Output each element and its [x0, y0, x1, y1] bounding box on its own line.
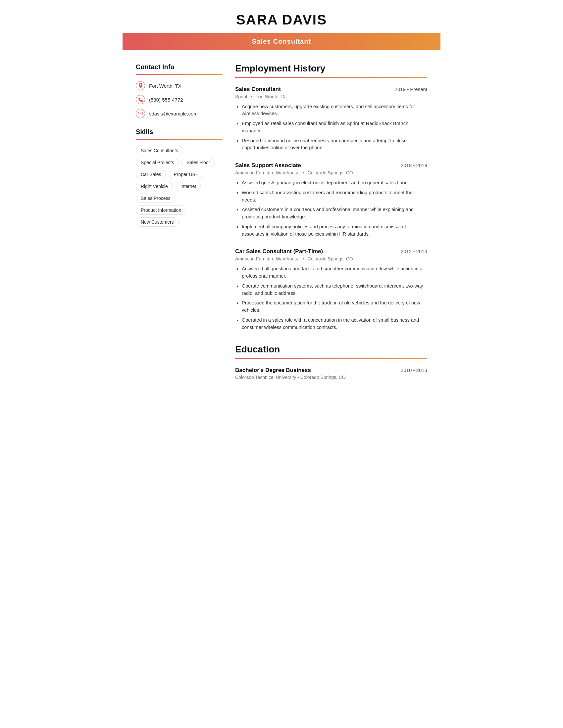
contact-location: Fort Worth, TX	[136, 81, 222, 90]
job-bullets: Acquire new customers, upgrade existing …	[235, 103, 427, 152]
employment-divider	[235, 77, 427, 78]
bullet-item: Operated in a sales role with a concentr…	[242, 317, 427, 331]
skill-tag: Proper USE	[168, 170, 203, 179]
skill-tag: Sales Consultants	[136, 146, 183, 155]
job-entry: Sales Consultant 2019 - Present Sprint •…	[235, 86, 427, 152]
location-icon	[136, 81, 145, 90]
skills-grid: Sales ConsultantsSpecial ProjectsSales F…	[136, 146, 222, 227]
contact-section: Contact Info Fort Worth, TX (530) 555-47…	[136, 63, 222, 118]
edu-dates: 2010 - 2013	[401, 367, 427, 373]
title-bar: Sales Consultant	[122, 33, 441, 50]
bullet-item: Acquire new customers, upgrade existing …	[242, 103, 427, 118]
employment-section: Employment History Sales Consultant 2019…	[235, 63, 427, 331]
email-text: sdavis@example.com	[149, 111, 198, 116]
edu-entry: Bachelor's Degree Business 2010 - 2013 C…	[235, 367, 427, 380]
bullet-item: Implement all company policies and proce…	[242, 223, 427, 238]
bullet-item: Operate communication systems, such as t…	[242, 283, 427, 297]
edu-school: Colorado Technical University • Colorado…	[235, 375, 427, 380]
job-title: Car Sales Consultant (Part-Time)	[235, 248, 323, 255]
job-company: American Furniture Warehouse • Colorado …	[235, 256, 427, 261]
skills-section: Skills Sales ConsultantsSpecial Projects…	[136, 128, 222, 227]
bullet-item: Worked sales floor assisting customers a…	[242, 189, 427, 204]
job-company: American Furniture Warehouse • Colorado …	[235, 170, 427, 175]
phone-text: (530) 555-4772	[149, 97, 183, 103]
job-title: Sales Support Associate	[235, 162, 301, 169]
contact-divider	[136, 74, 222, 75]
job-company: Sprint • Fort Worth, TX	[235, 94, 427, 99]
bullet-item: Assisted guests primarily in electronics…	[242, 179, 427, 187]
edu-header: Bachelor's Degree Business 2010 - 2013	[235, 367, 427, 374]
skills-divider	[136, 139, 222, 140]
skill-tag: Product Information	[136, 205, 186, 215]
phone-icon	[136, 95, 145, 104]
email-icon	[136, 109, 145, 118]
contact-phone: (530) 555-4772	[136, 95, 222, 104]
job-header: Sales Consultant 2019 - Present	[235, 86, 427, 93]
edu-container: Bachelor's Degree Business 2010 - 2013 C…	[235, 367, 427, 380]
job-dates: 2018 - 2019	[401, 162, 427, 168]
job-header: Sales Support Associate 2018 - 2019	[235, 162, 427, 169]
skill-tag: New Customers	[136, 217, 179, 227]
job-title: Sales Consultant	[235, 86, 281, 93]
contact-email: sdavis@example.com	[136, 109, 222, 118]
job-entry: Car Sales Consultant (Part-Time) 2012 - …	[235, 248, 427, 331]
bullet-item: Answered all questions and facilitated s…	[242, 265, 427, 280]
candidate-title: Sales Consultant	[252, 38, 311, 45]
education-divider	[235, 358, 427, 359]
skills-heading: Skills	[136, 128, 222, 136]
bullet-item: Respond to inbound online chat requests …	[242, 137, 427, 152]
job-dates: 2012 - 2013	[401, 249, 427, 254]
education-heading: Education	[235, 344, 427, 355]
skill-tag: Car Sales	[136, 170, 166, 179]
job-header: Car Sales Consultant (Part-Time) 2012 - …	[235, 248, 427, 255]
job-bullets: Answered all questions and facilitated s…	[235, 265, 427, 331]
sidebar: Contact Info Fort Worth, TX (530) 555-47…	[136, 63, 222, 393]
edu-degree: Bachelor's Degree Business	[235, 367, 311, 374]
resume-header: SARA DAVIS	[122, 0, 441, 28]
skill-tag: Internet	[175, 182, 201, 191]
job-dates: 2019 - Present	[395, 86, 427, 92]
main-layout: Contact Info Fort Worth, TX (530) 555-47…	[122, 50, 441, 406]
skill-tag: Sales Floor	[181, 158, 215, 167]
candidate-name: SARA DAVIS	[122, 12, 441, 28]
skill-tag: Right Vehicle	[136, 182, 173, 191]
contact-heading: Contact Info	[136, 63, 222, 71]
bullet-item: Employed as retail sales consultant and …	[242, 120, 427, 135]
job-entry: Sales Support Associate 2018 - 2019 Amer…	[235, 162, 427, 238]
job-bullets: Assisted guests primarily in electronics…	[235, 179, 427, 238]
bullet-item: Processed the documentation for the trad…	[242, 299, 427, 314]
jobs-container: Sales Consultant 2019 - Present Sprint •…	[235, 86, 427, 331]
employment-heading: Employment History	[235, 63, 427, 74]
skill-tag: Special Projects	[136, 158, 179, 167]
skill-tag: Sales Process	[136, 194, 175, 203]
education-section: Education Bachelor's Degree Business 201…	[235, 344, 427, 380]
bullet-item: Assisted customers in a courteous and pr…	[242, 206, 427, 221]
location-text: Fort Worth, TX	[149, 83, 181, 89]
right-content: Employment History Sales Consultant 2019…	[235, 63, 427, 393]
